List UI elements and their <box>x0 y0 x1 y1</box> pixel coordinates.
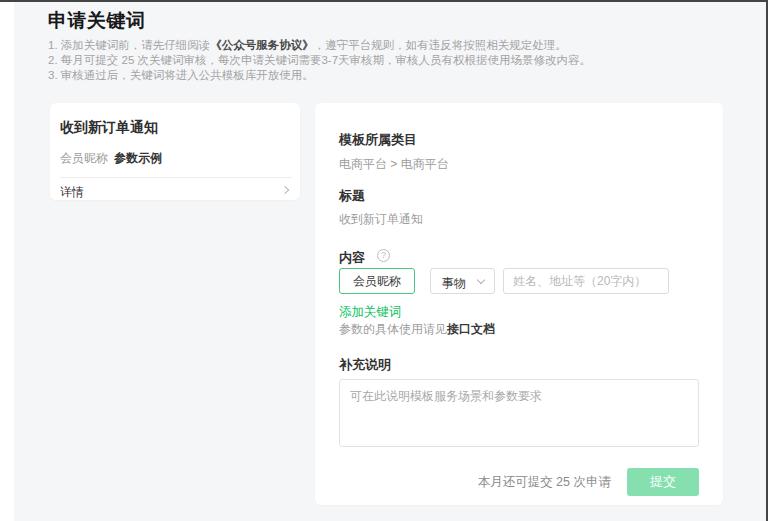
help-icon[interactable]: ? <box>377 249 390 262</box>
content-label: 内容 <box>339 249 365 267</box>
keyword-form-card: 模板所属类目 电商平台 > 电商平台 标题 收到新订单通知 内容 ? 事物 添加… <box>315 103 723 505</box>
note-label: 补充说明 <box>339 356 391 374</box>
note-textarea[interactable] <box>339 379 699 447</box>
chevron-down-icon <box>477 276 485 284</box>
doc-hint-text: 参数的具体使用请见 <box>339 322 447 336</box>
example-input[interactable] <box>503 268 669 294</box>
preview-param-label: 会员昵称 <box>60 150 108 167</box>
notice-line-2: 2. 每月可提交 25 次关键词审核，每次申请关键词需要3-7天审核期，审核人员… <box>48 53 591 68</box>
preview-param-value: 参数示例 <box>114 150 162 167</box>
notice-line-1: 1. 添加关键词前，请先仔细阅读《公众号服务协议》，遵守平台规则，如有违反将按照… <box>48 38 591 53</box>
add-keyword-link[interactable]: 添加关键词 <box>339 304 402 321</box>
preview-detail-label: 详情 <box>60 184 84 201</box>
notice-1-prefix: 1. 添加关键词前，请先仔细阅读 <box>48 39 210 51</box>
api-doc-link[interactable]: 接口文档 <box>447 322 495 336</box>
preview-card-title: 收到新订单通知 <box>60 119 158 137</box>
keyword-input[interactable] <box>339 268 415 294</box>
page-title: 申请关键词 <box>48 8 146 34</box>
type-select-value: 事物 <box>442 275 466 292</box>
template-preview-card: 收到新订单通知 会员昵称 参数示例 详情 <box>50 103 300 200</box>
notice-3-text: 3. 审核通过后，关键词将进入公共模板库开放使用。 <box>48 69 314 81</box>
doc-hint: 参数的具体使用请见接口文档 <box>339 321 495 338</box>
screen: 申请关键词 1. 添加关键词前，请先仔细阅读《公众号服务协议》，遵守平台规则，如… <box>0 0 768 521</box>
notice-line-3: 3. 审核通过后，关键词将进入公共模板库开放使用。 <box>48 68 591 83</box>
submit-button[interactable]: 提交 <box>627 468 699 496</box>
service-agreement-link[interactable]: 《公众号服务协议》 <box>210 39 314 51</box>
form-footer: 本月还可提交 25 次申请 提交 <box>478 468 699 496</box>
title-label: 标题 <box>339 187 365 205</box>
title-value: 收到新订单通知 <box>339 211 423 228</box>
chevron-right-icon <box>281 186 289 194</box>
window-border-top <box>0 0 768 2</box>
notice-2-text: 2. 每月可提交 25 次关键词审核，每次申请关键词需要3-7天审核期，审核人员… <box>48 54 591 66</box>
category-value: 电商平台 > 电商平台 <box>339 156 449 173</box>
category-label: 模板所属类目 <box>339 131 417 149</box>
notice-1-suffix: ，遵守平台规则，如有违反将按照相关规定处理。 <box>314 39 567 51</box>
preview-detail-row[interactable]: 详情 <box>50 178 300 200</box>
notice-list: 1. 添加关键词前，请先仔细阅读《公众号服务协议》，遵守平台规则，如有违反将按照… <box>48 38 591 83</box>
quota-text: 本月还可提交 25 次申请 <box>478 474 611 491</box>
page-background: 申请关键词 1. 添加关键词前，请先仔细阅读《公众号服务协议》，遵守平台规则，如… <box>14 2 766 521</box>
type-select[interactable]: 事物 <box>430 268 495 294</box>
